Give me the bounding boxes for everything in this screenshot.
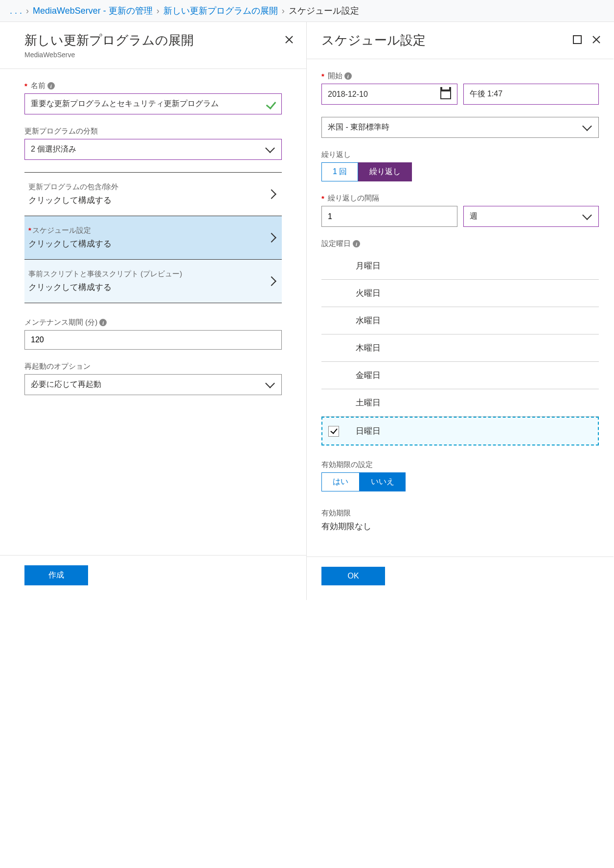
classification-label: 更新プログラムの分類 [24,127,282,136]
day-saturday[interactable]: 土曜日 [321,389,599,417]
chevron-down-icon [265,143,275,153]
breadcrumb: . . . › MediaWebServer - 更新の管理 › 新しい更新プロ… [0,0,614,22]
create-button[interactable]: 作成 [24,565,88,585]
chevron-right-icon [267,233,276,243]
maintenance-input[interactable] [24,330,282,350]
expiry-yes-button[interactable]: はい [321,472,360,491]
start-label: *開始 i [321,71,599,81]
day-sunday[interactable]: 日曜日 [321,417,599,445]
repeat-once-button[interactable]: 1 回 [321,162,358,181]
chevron-right-icon [267,276,276,286]
panel-subtitle: MediaWebServe [24,51,284,59]
panel-title: 新しい更新プログラムの展開 [24,32,284,49]
info-icon[interactable]: i [47,82,55,89]
expiry-no-button[interactable]: いいえ [360,472,406,491]
interval-label: *繰り返しの間隔 [321,194,599,203]
timezone-select[interactable]: 米国 - 東部標準時 [321,117,599,138]
days-label: 設定曜日 i [321,239,599,248]
start-time-input[interactable]: 午後 1:47 [463,84,599,105]
chevron-down-icon [582,210,592,220]
close-icon[interactable] [284,35,294,45]
info-icon[interactable]: i [353,240,360,247]
interval-input[interactable] [321,206,457,227]
section-scripts[interactable]: 事前スクリプトと事後スクリプト (プレビュー) クリックして構成する [24,260,282,303]
ok-button[interactable]: OK [321,567,385,585]
section-include-exclude[interactable]: 更新プログラムの包含/除外 クリックして構成する [24,173,282,216]
close-icon[interactable] [591,35,601,45]
repeat-label: 繰り返し [321,150,599,159]
calendar-icon [440,89,451,99]
reboot-select[interactable]: 必要に応じて再起動 [24,374,282,395]
chevron-right-icon [267,189,276,199]
expiry-value: 有効期限なし [321,521,599,532]
day-friday[interactable]: 金曜日 [321,362,599,389]
panel-title: スケジュール設定 [321,32,573,49]
maximize-icon[interactable] [573,35,582,44]
chevron-down-icon [582,121,592,131]
name-label: *名前 i [24,81,282,90]
day-tuesday[interactable]: 火曜日 [321,280,599,307]
interval-unit-select[interactable]: 週 [463,206,599,227]
maintenance-label: メンテナンス期間 (分) i [24,318,282,327]
section-schedule[interactable]: *スケジュール設定 クリックして構成する [24,216,282,260]
checkbox-icon [328,426,339,437]
reboot-label: 再起動のオプション [24,362,282,371]
panel-deployment: 新しい更新プログラムの展開 MediaWebServe *名前 i 重要な更新プ… [0,22,307,600]
breadcrumb-current: スケジュール設定 [289,5,359,17]
info-icon[interactable]: i [99,319,107,326]
breadcrumb-link-1[interactable]: MediaWebServer - 更新の管理 [33,5,153,17]
panel-schedule: スケジュール設定 *開始 i 2018-12-10 午後 1:47 [307,22,614,600]
expiry-set-label: 有効期限の設定 [321,460,599,469]
expiry-label: 有効期限 [321,509,599,518]
repeat-recur-button[interactable]: 繰り返し [358,162,412,181]
breadcrumb-ellipsis[interactable]: . . . [10,6,22,16]
chevron-down-icon [265,378,275,388]
day-monday[interactable]: 月曜日 [321,252,599,280]
day-thursday[interactable]: 木曜日 [321,334,599,362]
breadcrumb-link-2[interactable]: 新しい更新プログラムの展開 [163,5,278,17]
chevron-right-icon: › [157,6,159,16]
classification-select[interactable]: 2 個選択済み [24,139,282,160]
name-input[interactable]: 重要な更新プログラムとセキュリティ更新プログラム [24,93,282,114]
check-icon [266,99,276,110]
day-wednesday[interactable]: 水曜日 [321,307,599,334]
info-icon[interactable]: i [344,72,352,80]
start-date-input[interactable]: 2018-12-10 [321,84,457,105]
chevron-right-icon: › [282,6,285,16]
chevron-right-icon: › [26,6,29,16]
